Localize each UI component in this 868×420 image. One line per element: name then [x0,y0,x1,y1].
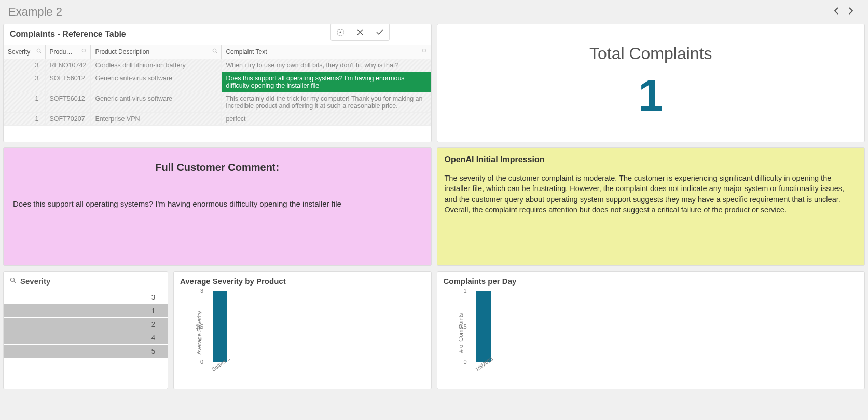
severity-filter-item[interactable]: 1 [4,304,168,318]
cell-complaint-text[interactable]: perfect [222,113,431,126]
y-tick: 1 [451,288,467,294]
kpi-value: 1 [638,69,663,122]
cell-description[interactable]: Enterprise VPN [91,113,222,126]
cell-description[interactable]: Generic anti-virus software [91,72,222,92]
severity-filter-panel: Severity 31245 [3,271,168,389]
chart-title: Average Severity by Product [180,277,425,286]
chart-plot-area[interactable]: 0 0.5 1 1/5/2023 [469,291,855,362]
severity-filter-title: Severity [20,277,50,286]
cell-severity[interactable]: 3 [4,59,45,72]
y-axis-label: Average Severity [196,311,202,355]
cell-severity[interactable]: 3 [4,72,45,92]
column-header-label: Severity [8,48,30,56]
severity-filter-item[interactable]: 5 [4,345,168,358]
cell-complaint-text[interactable]: This certainly did the trick for my comp… [222,92,431,113]
full-customer-comment-panel: Full Customer Comment: Does this support… [3,147,432,266]
svg-line-9 [425,52,427,53]
column-header-product[interactable]: Produ… [45,45,91,59]
cell-complaint-text[interactable]: Does this support all operating systems?… [222,72,431,92]
cell-complaint-text[interactable]: When i try to use my own drill bits, the… [222,59,431,72]
column-header-description[interactable]: Product Description [91,45,222,59]
column-header-severity[interactable]: Severity [4,45,45,59]
page-nav-arrows [834,7,860,17]
svg-line-5 [85,52,87,53]
selection-toolbar [330,24,390,41]
severity-filter-item[interactable]: 2 [4,318,168,331]
avg-severity-chart-panel: Average Severity by Product Average Seve… [173,271,432,389]
svg-line-7 [216,52,217,53]
cell-product[interactable]: SOFT56012 [45,92,91,113]
y-tick: 1.5 [188,323,203,330]
svg-point-10 [11,278,15,282]
search-icon[interactable] [212,48,218,56]
column-header-label: Produ… [50,48,73,56]
svg-point-2 [37,49,40,52]
reference-table-title: Complaints - Reference Table [10,30,126,39]
complaints-per-day-chart-panel: Complaints per Day # of Complaints 0 0.5… [437,271,865,389]
cancel-selection-button[interactable] [352,25,368,39]
kpi-title: Total Complaints [589,44,712,63]
cell-product[interactable]: RENO10742 [45,59,91,72]
svg-point-8 [422,49,425,52]
comment-body: Does this support all operating systems?… [13,199,422,208]
svg-line-11 [14,281,16,283]
reference-table: Severity Produ… Product Description [4,45,431,126]
column-header-label: Product Description [95,48,149,56]
svg-line-3 [40,52,42,53]
impression-title: OpenAI Initial Impression [445,155,858,165]
search-icon[interactable] [422,48,428,56]
svg-point-6 [213,49,216,52]
openai-impression-panel: OpenAI Initial Impression The severity o… [437,147,865,266]
chart-plot-area[interactable]: 0 1.5 3 Softwa… [205,291,421,362]
complaints-reference-table-panel: Complaints - Reference Table Severity [3,24,432,142]
y-tick: 0.5 [451,323,467,330]
cell-product[interactable]: SOFT56012 [45,72,91,92]
lasso-select-button[interactable] [332,25,349,39]
confirm-selection-button[interactable] [371,25,388,39]
total-complaints-panel: Total Complaints 1 [437,24,865,142]
chart-bar[interactable] [476,291,491,362]
svg-point-4 [82,49,86,52]
svg-point-1 [339,32,341,33]
chart-bar[interactable] [213,291,227,362]
cell-severity[interactable]: 1 [4,92,45,113]
page-header: Example 2 [0,0,868,24]
cell-severity[interactable]: 1 [4,113,45,126]
column-header-complaint-text[interactable]: Complaint Text [222,45,431,59]
next-sheet-button[interactable] [848,7,853,17]
severity-filter-item[interactable]: 3 [4,291,168,304]
table-row[interactable]: 1SOFT56012Generic anti-virus softwareThi… [4,92,431,113]
search-icon[interactable] [10,277,16,285]
y-axis-label: # of Complaints [458,313,464,353]
y-tick: 0 [451,359,467,365]
y-tick: 3 [188,288,203,294]
column-header-label: Complaint Text [226,48,267,56]
table-row[interactable]: 1SOFT70207Enterprise VPNperfect [4,113,431,126]
search-icon[interactable] [81,48,87,56]
page-title: Example 2 [8,5,62,19]
table-row[interactable]: 3SOFT56012Generic anti-virus softwareDoe… [4,72,431,92]
cell-description[interactable]: Generic anti-virus software [91,92,222,113]
prev-sheet-button[interactable] [834,7,839,17]
table-row[interactable]: 3RENO10742Cordless drill lithium-ion bat… [4,59,431,72]
comment-title: Full Customer Comment: [13,161,422,173]
y-tick: 0 [188,359,203,365]
impression-body: The severity of the customer complaint i… [445,173,858,215]
cell-description[interactable]: Cordless drill lithium-ion battery [91,59,222,72]
severity-filter-item[interactable]: 4 [4,331,168,345]
cell-product[interactable]: SOFT70207 [45,113,91,126]
chart-title: Complaints per Day [444,277,859,286]
search-icon[interactable] [36,48,42,56]
